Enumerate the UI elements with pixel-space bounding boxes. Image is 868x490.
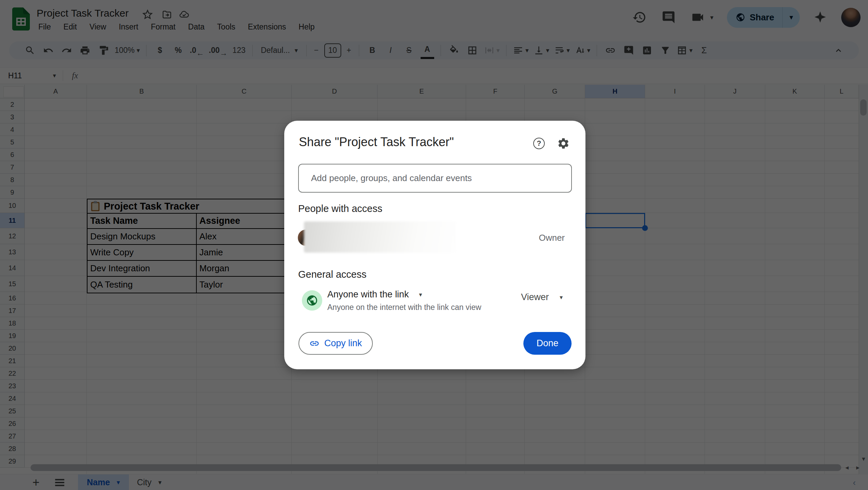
people-with-access-heading: People with access [298,203,382,214]
role-caret-icon: ▾ [560,294,563,301]
access-type-dropdown[interactable]: Anyone with the link▾ [327,289,422,300]
dialog-title: Share "Project Task Tracker" [299,135,454,149]
access-caret-icon: ▾ [419,291,422,298]
owner-redacted-info [304,221,456,253]
add-people-input[interactable] [298,164,572,193]
done-button[interactable]: Done [523,332,572,355]
copy-link-label: Copy link [324,338,362,349]
owner-role-label: Owner [539,233,565,243]
share-dialog: Share "Project Task Tracker" ? People wi… [284,121,585,369]
copy-link-button[interactable]: Copy link [298,332,373,355]
link-icon [309,338,320,349]
globe-icon [306,294,318,307]
access-description: Anyone on the internet with the link can… [327,303,481,312]
general-access-heading: General access [298,269,367,280]
gear-icon[interactable] [557,137,570,150]
help-icon[interactable]: ? [533,138,545,149]
link-access-circle[interactable] [302,290,322,311]
role-dropdown[interactable]: Viewer▾ [521,292,563,302]
